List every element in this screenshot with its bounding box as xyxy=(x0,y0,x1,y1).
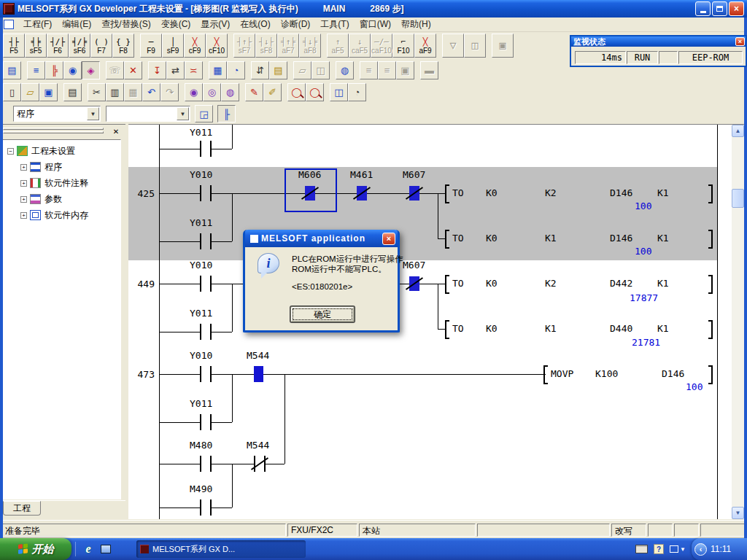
instruction-list-button[interactable]: ≡ xyxy=(27,61,45,79)
split-window-button[interactable]: ◫ xyxy=(330,83,348,101)
cross-reference-button[interactable]: ◍ xyxy=(221,83,239,101)
instruction[interactable]: TO xyxy=(452,324,464,334)
rising-pulse-contact-button[interactable]: ┤↑├ sF7 xyxy=(233,34,255,58)
horizontal-line-button[interactable]: ─ F9 xyxy=(140,34,162,58)
menu-help[interactable]: 帮助(H) xyxy=(396,17,436,32)
print-button[interactable]: ▤ xyxy=(63,83,82,101)
tab-project[interactable]: 工程 xyxy=(3,501,41,516)
monitor-mode-button[interactable]: ≡ xyxy=(360,61,378,79)
device-test-yellow-button[interactable]: ✐ xyxy=(263,83,282,101)
falling-pulse-op-button[interactable]: ↓ caF5 xyxy=(349,34,371,58)
contact-closed-energized[interactable] xyxy=(409,276,419,291)
help-tray-icon[interactable]: ? xyxy=(654,544,664,554)
contact-open[interactable] xyxy=(200,499,212,516)
vertical-scrollbar[interactable]: ▲ ▼ xyxy=(732,124,744,519)
menu-project[interactable]: 工程(F) xyxy=(18,17,57,32)
instruction[interactable]: TO xyxy=(452,188,464,198)
find-button[interactable]: ◉ xyxy=(185,83,203,101)
contact-closed[interactable] xyxy=(254,456,266,472)
logic-test-button[interactable]: ▽ xyxy=(442,34,464,58)
delete-all-button[interactable]: ✕ xyxy=(124,61,142,79)
mdi-child-icon[interactable] xyxy=(4,20,14,29)
contact-open[interactable] xyxy=(200,324,212,340)
vertical-line-button[interactable]: │ sF9 xyxy=(162,34,184,58)
write-to-plc-button[interactable]: ↧ xyxy=(148,61,166,79)
find-replace-button[interactable]: ◎ xyxy=(203,83,221,101)
device-test-button[interactable]: ▤ xyxy=(269,61,287,79)
collapse-icon[interactable]: − xyxy=(7,148,14,155)
delete-horizontal-line-button[interactable]: ╳ cF9 xyxy=(184,34,206,58)
find-device-button[interactable]: ◉ xyxy=(63,61,82,79)
tree-item-device-memory[interactable]: + 软元件内存 xyxy=(3,207,120,223)
menu-tools[interactable]: 工具(T) xyxy=(315,17,354,32)
falling-pulse-contact-button[interactable]: ┤↓├ sF8 xyxy=(255,34,277,58)
monitor-stop-button[interactable]: ≡ xyxy=(378,61,396,79)
contact-open[interactable] xyxy=(200,456,212,472)
expand-icon[interactable]: + xyxy=(20,180,27,187)
menu-online[interactable]: 在线(O) xyxy=(235,17,275,32)
open-project-button[interactable]: ▱ xyxy=(21,83,39,101)
redo-button[interactable]: ↷ xyxy=(160,83,179,101)
zoom-out-button[interactable]: ◯ xyxy=(306,83,324,101)
menu-window[interactable]: 窗口(W) xyxy=(355,17,396,32)
ladder-editor[interactable]: Y011 425 Y010 Y011 M606 M461 M607 TO K0 … xyxy=(128,124,732,519)
chevron-down-icon[interactable]: ▼ xyxy=(87,107,99,120)
contact-open[interactable] xyxy=(200,414,212,430)
delete-vertical-line-button[interactable]: ╳ cF10 xyxy=(206,34,228,58)
expand-icon[interactable]: + xyxy=(20,212,27,219)
start-button[interactable]: 开始 xyxy=(0,538,71,560)
open-contact-button[interactable]: ┤├ F5 xyxy=(3,34,25,58)
rising-pulse-op-button[interactable]: ↑ aF5 xyxy=(327,34,349,58)
monitor-status-titlebar[interactable]: 监视状态 × xyxy=(571,36,746,47)
read-from-plc-button[interactable]: ☏ xyxy=(106,61,124,79)
zoom-in-button[interactable]: ◯ xyxy=(287,83,306,101)
menu-convert[interactable]: 变换(C) xyxy=(156,17,196,32)
panel-grip[interactable] xyxy=(3,131,104,133)
monitor-write-mode-button[interactable]: ◈ xyxy=(82,61,100,79)
paste-button[interactable]: ▦ xyxy=(124,83,142,101)
keyboard-ime-icon[interactable] xyxy=(635,545,648,553)
coil-button[interactable]: ( ) F7 xyxy=(90,34,112,58)
contact-open[interactable] xyxy=(200,185,212,201)
options-button[interactable]: ◔ xyxy=(348,83,366,101)
contact-open-energized[interactable] xyxy=(254,366,263,382)
contact-open[interactable] xyxy=(200,276,212,292)
device-test-red-button[interactable]: ✎ xyxy=(245,83,263,101)
find-combo[interactable]: ▼ xyxy=(106,106,190,122)
expand-icon[interactable]: + xyxy=(20,196,27,203)
parallel-closed-contact-button[interactable]: ╡/╞ sF6 xyxy=(69,34,90,58)
menu-diagnostics[interactable]: 诊断(D) xyxy=(276,17,316,32)
buffer-memory-monitor-button[interactable]: ▬ xyxy=(420,61,438,79)
window-tray-icon[interactable] xyxy=(670,545,678,553)
monitor-start-button[interactable]: ▣ xyxy=(396,61,414,79)
block-transfer-button[interactable]: ▦ xyxy=(209,61,227,79)
save-project-button[interactable]: ▣ xyxy=(39,83,58,101)
close-button[interactable]: × xyxy=(382,233,395,245)
parallel-rising-pulse-button[interactable]: ╡↑╞ aF7 xyxy=(277,34,299,58)
scrollbar-thumb[interactable] xyxy=(732,189,744,208)
instruction[interactable]: TO xyxy=(452,233,464,244)
clock-setting-button[interactable]: ◔ xyxy=(227,61,245,79)
instruction[interactable]: TO xyxy=(452,279,464,289)
branch-line-button[interactable]: ⌐ F10 xyxy=(392,34,414,58)
contact-open[interactable] xyxy=(200,233,212,249)
network-monitor-button[interactable]: ◍ xyxy=(336,61,354,79)
new-project-button[interactable]: ▯ xyxy=(3,83,21,101)
chevron-down-icon[interactable]: ▼ xyxy=(177,107,189,120)
menu-view[interactable]: 显示(V) xyxy=(196,17,235,32)
scroll-up-button[interactable]: ▲ xyxy=(732,125,744,137)
invert-result-button[interactable]: ─/─ caF10 xyxy=(371,34,392,58)
minimize-button[interactable] xyxy=(695,1,711,16)
remote-operation-button[interactable]: ⇵ xyxy=(251,61,269,79)
cascade-windows-button[interactable]: ▱ xyxy=(293,61,311,79)
instruction[interactable]: MOVP xyxy=(551,369,573,379)
device-tree-button[interactable]: ╠ xyxy=(45,61,63,79)
tile-windows-button[interactable]: ◫ xyxy=(311,61,330,79)
caret-down-icon[interactable]: ▼ xyxy=(680,546,686,553)
contact-open[interactable] xyxy=(200,366,212,382)
compare-button[interactable]: ≍ xyxy=(185,61,203,79)
quick-launch-desktop[interactable] xyxy=(98,542,113,556)
scroll-down-button[interactable]: ▼ xyxy=(732,507,744,519)
tree-item-device-comment[interactable]: + 软元件注释 xyxy=(3,175,120,191)
verify-with-plc-button[interactable]: ⇄ xyxy=(166,61,185,79)
